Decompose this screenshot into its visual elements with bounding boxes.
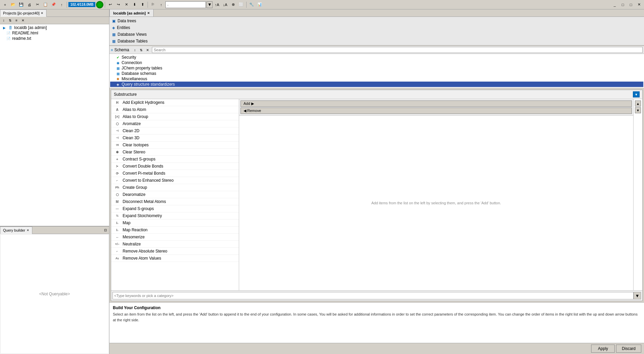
main-container: Projects [jic-project40] ✕ ↕ ⇅ ≡ ✕ ▶ 🗄 l… (0, 9, 644, 354)
list-item-22[interactable]: A₁ Remove Atom Values (111, 255, 239, 262)
list-item-17[interactable]: 1. Map (111, 219, 239, 227)
item-icon-13: ⬡ (114, 193, 121, 197)
restore-btn[interactable]: □ (619, 1, 626, 8)
qb-tab-close[interactable]: ✕ (27, 229, 29, 232)
tab-projects-close[interactable]: ✕ (41, 11, 43, 15)
list-item-15[interactable]: --- Expand S-groups (111, 205, 239, 212)
list-item-18[interactable]: 1. Map Reaction (111, 227, 239, 234)
tab-projects[interactable]: Projects [jic-project40] ✕ (0, 9, 46, 17)
list-item-6[interactable]: ·H Clear Isotopes (111, 142, 239, 149)
bottom-search-input[interactable] (112, 292, 634, 299)
gc-button[interactable] (96, 1, 103, 8)
list-item-7[interactable]: ✱ Clear Stereo (111, 149, 239, 156)
scroll-up-btn[interactable]: ▲ (635, 100, 641, 107)
tree-item-readmetxt[interactable]: 📄 readme.txt (1, 36, 108, 41)
sort-desc-btn[interactable]: ↓A (221, 1, 229, 8)
item-icon-11: ⌐ (114, 179, 121, 182)
schema-item-misc[interactable]: ✱ Miscellaneous (110, 76, 643, 82)
schema-search-input[interactable] (152, 47, 643, 53)
schema-item-dbschemas[interactable]: ▦ Database schemas (110, 71, 643, 76)
toolbar-search-dropdown[interactable]: ▼ (206, 1, 213, 8)
list-item-3[interactable]: ⬡ Aromatize (111, 120, 239, 127)
maximize-btn[interactable]: □ (627, 1, 635, 8)
bottom-search-dropdown[interactable]: ▼ (634, 292, 641, 299)
qb-tabs-bar: Query builder ✕ ⊡ (0, 227, 109, 234)
list-item-2[interactable]: [A] Alias to Group (111, 113, 239, 120)
sort-asc-btn[interactable]: ↑A (213, 1, 221, 8)
list-item-10[interactable]: ⟳ Convert Pi-metal Bonds (111, 170, 239, 177)
nav-item-dbtables[interactable]: ▦ Database Tables (109, 38, 644, 45)
sort3-btn[interactable]: ≡ (13, 18, 20, 24)
build-config-text: Select an item from the list on the left… (113, 312, 641, 323)
window-btn[interactable]: ⬜ (237, 1, 245, 8)
extra-btn[interactable]: 📊 (256, 1, 263, 8)
nav-item-entities[interactable]: ◈ Entities (109, 24, 644, 31)
upload-btn[interactable]: ⬆ (139, 1, 146, 8)
schema-item-connection[interactable]: ◉ Connection (110, 60, 643, 65)
list-item-20[interactable]: +/− Neutralize (111, 241, 239, 248)
scroll-down-btn[interactable]: ▼ (635, 107, 641, 113)
sort1-btn[interactable]: ↕ (1, 18, 7, 24)
print-btn[interactable]: 🖨 (26, 1, 33, 8)
minimize-btn[interactable]: _ (611, 1, 618, 8)
schema-item-security[interactable]: ✔ Security (110, 55, 643, 60)
list-item-12[interactable]: Ph Create Group (111, 184, 239, 191)
right-tab-close[interactable]: ✕ (147, 11, 150, 15)
list-item-0[interactable]: H Add Explicit Hydrogens (111, 99, 239, 106)
qb-panel-btn[interactable]: ⊡ (102, 227, 108, 233)
new-btn[interactable]: + (1, 1, 9, 8)
list-item-21[interactable]: ⌐ Remove Absolute Stereo (111, 248, 239, 255)
item-icon-5: ⊣ (114, 136, 121, 140)
list-item-5[interactable]: ⊣ Clean 3D (111, 135, 239, 142)
list-item-19[interactable]: ↔ Mesomerize (111, 234, 239, 241)
cut-btn[interactable]: ✂ (34, 1, 41, 8)
list-item-9[interactable]: ≻ Convert Double Bonds (111, 163, 239, 170)
right-tab-localdb[interactable]: localdb [as admin] ✕ (109, 9, 154, 17)
paste-btn[interactable]: 📌 (50, 1, 57, 8)
tree-item-db[interactable]: ▶ 🗄 localdb [as admin] (1, 25, 108, 30)
nav-item-datatrees-label: Data trees (118, 19, 136, 23)
discard-btn[interactable]: Discard (616, 345, 641, 353)
arrow-up-btn[interactable]: ↑ (58, 1, 65, 8)
schema-item-jchem[interactable]: ▦ JChem property tables (110, 65, 643, 71)
not-queryable-label: <Not Queryable> (39, 292, 70, 296)
close-btn[interactable]: ✕ (635, 1, 643, 8)
sort2-btn[interactable]: ⇅ (7, 18, 13, 24)
left-panel: Projects [jic-project40] ✕ ↕ ⇅ ≡ ✕ ▶ 🗄 l… (0, 9, 109, 354)
list-item-14[interactable]: M Disconnect Metal Atoms (111, 198, 239, 205)
tools-btn[interactable]: 🔧 (248, 1, 255, 8)
tree-item-readme[interactable]: 📄 README.html (1, 30, 108, 36)
nav-item-dbviews[interactable]: ▦ Database Views (109, 31, 644, 38)
undo-btn[interactable]: ↩ (106, 1, 114, 8)
download-btn[interactable]: ⬇ (131, 1, 138, 8)
item-icon-4: ⊣ (114, 129, 121, 132)
sort4-btn[interactable]: ✕ (20, 18, 26, 24)
item-text-5: Clean 3D (123, 136, 139, 140)
save-btn[interactable]: 💾 (18, 1, 25, 8)
up-arrow-btn[interactable]: ↑ (157, 1, 165, 8)
schema-item-query-label: Query structure standardizers (122, 82, 175, 87)
redo-btn[interactable]: ↪ (115, 1, 122, 8)
add-btn[interactable]: Add ▶ (240, 100, 632, 107)
list-item-8[interactable]: + Contract S-groups (111, 156, 239, 163)
list-item-16[interactable]: ½ Expand Stoichiometry (111, 212, 239, 219)
filter-btn[interactable]: ⊗ (229, 1, 237, 8)
list-item-13[interactable]: ⬡ Dearomatize (111, 191, 239, 198)
qb-tab[interactable]: Query builder ✕ (0, 227, 32, 234)
substructure-dropdown-btn[interactable]: ▼ (633, 91, 640, 97)
apply-btn[interactable]: Apply (591, 345, 615, 353)
schema-item-query[interactable]: ◈ Query structure standardizers (110, 82, 643, 87)
nav-item-datatrees[interactable]: ▣ Data trees (109, 18, 644, 24)
list-item-11[interactable]: ⌐ Convert to Enhanced Stereo (111, 177, 239, 184)
flag-btn[interactable]: ⚐ (149, 1, 157, 8)
schema-sort2-btn[interactable]: ⇅ (138, 47, 144, 53)
schema-sort1-btn[interactable]: ↕ (132, 47, 138, 53)
list-item-1[interactable]: A Alias to Atom (111, 106, 239, 113)
list-item-4[interactable]: ⊣ Clean 2D (111, 127, 239, 135)
stop-btn[interactable]: ✕ (123, 1, 130, 8)
copy-btn[interactable]: 📋 (42, 1, 49, 8)
toolbar-search[interactable] (165, 1, 206, 8)
schema-sort3-btn[interactable]: ✕ (144, 47, 151, 53)
open-btn[interactable]: 📂 (9, 1, 17, 8)
remove-btn[interactable]: ◀ Remove (240, 108, 632, 114)
